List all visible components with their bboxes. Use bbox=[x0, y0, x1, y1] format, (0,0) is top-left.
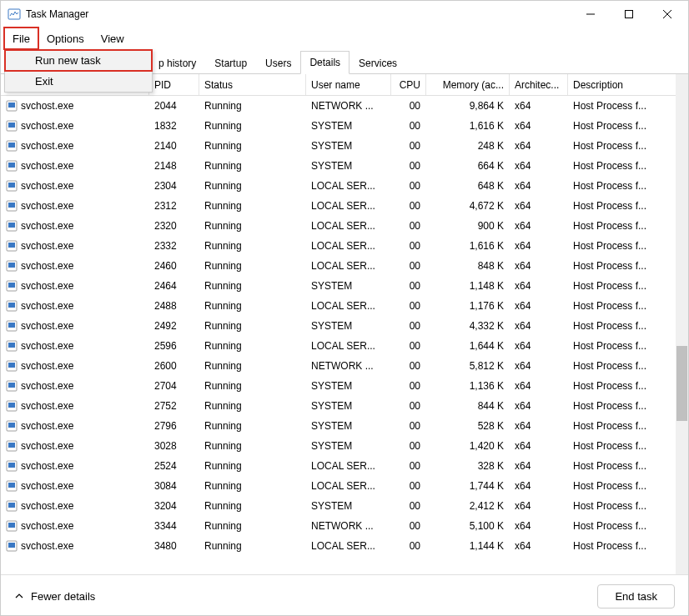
cell-status: Running bbox=[199, 316, 306, 336]
table-row[interactable]: svchost.exe2332RunningLOCAL SER...001,61… bbox=[1, 236, 688, 256]
svg-rect-48 bbox=[8, 523, 15, 528]
cell-cpu: 00 bbox=[391, 196, 426, 216]
cell-status: Running bbox=[199, 116, 306, 136]
maximize-button[interactable] bbox=[610, 1, 648, 28]
table-row[interactable]: svchost.exe2596RunningLOCAL SER...001,64… bbox=[1, 336, 688, 356]
cell-memory: 1,176 K bbox=[426, 296, 510, 316]
cell-status: Running bbox=[199, 536, 306, 556]
menu-view[interactable]: View bbox=[93, 28, 133, 49]
cell-memory: 1,144 K bbox=[426, 536, 510, 556]
menu-options[interactable]: Options bbox=[38, 28, 93, 49]
cell-pid: 2492 bbox=[149, 316, 199, 336]
cell-cpu: 00 bbox=[391, 236, 426, 256]
cell-name: svchost.exe bbox=[1, 196, 149, 216]
tab-startup[interactable]: Startup bbox=[205, 52, 256, 74]
cell-name: svchost.exe bbox=[1, 296, 149, 316]
table-row[interactable]: svchost.exe3028RunningSYSTEM001,420 Kx64… bbox=[1, 436, 688, 456]
svg-rect-46 bbox=[8, 503, 15, 508]
tab-services[interactable]: Services bbox=[350, 52, 406, 74]
col-header-cpu[interactable]: CPU bbox=[391, 74, 426, 95]
table-row[interactable]: svchost.exe2492RunningSYSTEM004,332 Kx64… bbox=[1, 316, 688, 336]
table-row[interactable]: svchost.exe2140RunningSYSTEM00248 Kx64Ho… bbox=[1, 136, 688, 156]
table-row[interactable]: svchost.exe2752RunningSYSTEM00844 Kx64Ho… bbox=[1, 396, 688, 416]
vertical-scrollbar[interactable] bbox=[676, 74, 688, 574]
cell-pid: 3204 bbox=[149, 496, 199, 516]
cell-memory: 5,100 K bbox=[426, 516, 510, 536]
table-row[interactable]: svchost.exe2304RunningLOCAL SER...00648 … bbox=[1, 176, 688, 196]
menubar: File Options View bbox=[1, 28, 688, 49]
cell-user: NETWORK ... bbox=[306, 516, 391, 536]
cell-user: LOCAL SER... bbox=[306, 336, 391, 356]
col-header-arch[interactable]: Architec... bbox=[510, 74, 568, 95]
menu-run-new-task[interactable]: Run new task bbox=[5, 50, 152, 71]
col-header-status[interactable]: Status bbox=[199, 74, 306, 95]
table-row[interactable]: svchost.exe2600RunningNETWORK ...005,812… bbox=[1, 356, 688, 376]
cell-desc: Host Process f... bbox=[568, 296, 676, 316]
col-header-desc[interactable]: Description bbox=[568, 74, 676, 95]
chevron-up-icon bbox=[14, 591, 24, 601]
table-body[interactable]: svchost.exe2044RunningNETWORK ...009,864… bbox=[1, 96, 688, 574]
table-row[interactable]: svchost.exe2460RunningLOCAL SER...00848 … bbox=[1, 256, 688, 276]
cell-user: LOCAL SER... bbox=[306, 536, 391, 556]
cell-cpu: 00 bbox=[391, 136, 426, 156]
cell-pid: 2140 bbox=[149, 136, 199, 156]
table-row[interactable]: svchost.exe2464RunningSYSTEM001,148 Kx64… bbox=[1, 276, 688, 296]
svg-rect-44 bbox=[8, 483, 15, 488]
cell-pid: 3344 bbox=[149, 516, 199, 536]
col-header-pid[interactable]: PID bbox=[149, 74, 199, 95]
cell-status: Running bbox=[199, 336, 306, 356]
cell-cpu: 00 bbox=[391, 516, 426, 536]
scrollbar-thumb[interactable] bbox=[676, 346, 687, 421]
col-header-memory[interactable]: Memory (ac... bbox=[426, 74, 510, 95]
col-header-user[interactable]: User name bbox=[306, 74, 391, 95]
menu-exit[interactable]: Exit bbox=[5, 71, 152, 92]
process-icon bbox=[6, 260, 18, 272]
table-row[interactable]: svchost.exe2796RunningSYSTEM00528 Kx64Ho… bbox=[1, 416, 688, 436]
minimize-button[interactable] bbox=[571, 1, 610, 28]
tab-users[interactable]: Users bbox=[256, 52, 300, 74]
table-row[interactable]: svchost.exe2312RunningLOCAL SER...004,67… bbox=[1, 196, 688, 216]
table-row[interactable]: svchost.exe3204RunningSYSTEM002,412 Kx64… bbox=[1, 496, 688, 516]
cell-name: svchost.exe bbox=[1, 356, 149, 376]
table-row[interactable]: svchost.exe2044RunningNETWORK ...009,864… bbox=[1, 96, 688, 116]
table-row[interactable]: svchost.exe2488RunningLOCAL SER...001,17… bbox=[1, 296, 688, 316]
cell-memory: 528 K bbox=[426, 416, 510, 436]
close-button[interactable] bbox=[648, 1, 686, 28]
table-row[interactable]: svchost.exe2524RunningLOCAL SER...00328 … bbox=[1, 456, 688, 476]
cell-pid: 2704 bbox=[149, 376, 199, 396]
menu-file[interactable]: File bbox=[4, 28, 38, 49]
cell-pid: 2488 bbox=[149, 296, 199, 316]
svg-rect-42 bbox=[8, 463, 15, 468]
cell-arch: x64 bbox=[510, 416, 568, 436]
cell-desc: Host Process f... bbox=[568, 116, 676, 136]
svg-rect-2 bbox=[626, 11, 633, 18]
footer: Fewer details End task bbox=[1, 575, 688, 616]
cell-arch: x64 bbox=[510, 236, 568, 256]
cell-desc: Host Process f... bbox=[568, 216, 676, 236]
cell-name: svchost.exe bbox=[1, 316, 149, 336]
table-row[interactable]: svchost.exe3480RunningLOCAL SER...001,14… bbox=[1, 536, 688, 556]
table-row[interactable]: svchost.exe2320RunningLOCAL SER...00900 … bbox=[1, 216, 688, 236]
table-row[interactable]: svchost.exe3084RunningLOCAL SER...001,74… bbox=[1, 476, 688, 496]
cell-arch: x64 bbox=[510, 536, 568, 556]
cell-name: svchost.exe bbox=[1, 416, 149, 436]
cell-memory: 1,616 K bbox=[426, 116, 510, 136]
cell-user: LOCAL SER... bbox=[306, 476, 391, 496]
table-row[interactable]: svchost.exe2704RunningSYSTEM001,136 Kx64… bbox=[1, 376, 688, 396]
cell-desc: Host Process f... bbox=[568, 356, 676, 376]
cell-user: SYSTEM bbox=[306, 156, 391, 176]
fewer-details-toggle[interactable]: Fewer details bbox=[14, 590, 95, 603]
cell-desc: Host Process f... bbox=[568, 276, 676, 296]
table-row[interactable]: svchost.exe3344RunningNETWORK ...005,100… bbox=[1, 516, 688, 536]
cell-arch: x64 bbox=[510, 456, 568, 476]
end-task-button[interactable]: End task bbox=[597, 584, 675, 608]
table-row[interactable]: svchost.exe2148RunningSYSTEM00664 Kx64Ho… bbox=[1, 156, 688, 176]
tab-details[interactable]: Details bbox=[300, 51, 350, 74]
cell-cpu: 00 bbox=[391, 336, 426, 356]
svg-rect-24 bbox=[8, 283, 15, 288]
cell-cpu: 00 bbox=[391, 116, 426, 136]
titlebar: Task Manager bbox=[1, 1, 688, 28]
cell-memory: 1,148 K bbox=[426, 276, 510, 296]
table-row[interactable]: svchost.exe1832RunningSYSTEM001,616 Kx64… bbox=[1, 116, 688, 136]
cell-pid: 2600 bbox=[149, 356, 199, 376]
